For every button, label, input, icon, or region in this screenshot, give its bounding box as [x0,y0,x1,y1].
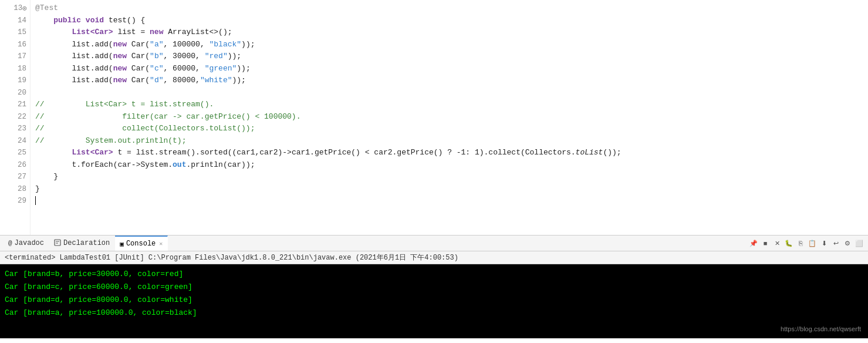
toolbar-debug-btn[interactable]: 🐛 [783,238,794,248]
ln-15: 15 [5,26,26,39]
console-close-icon[interactable]: ✕ [159,240,163,247]
code-line-28: } [35,183,863,196]
ln-24: 24 [5,135,26,147]
ln-28: 28 [5,183,26,196]
ln-25: 25 [5,147,26,159]
toolbar-right: 📌 ■ ✕ 🐛 ⎘ 📋 ⬇ ↩ ⚙ ⬜ [748,238,864,248]
ln-20: 20 [5,87,26,99]
code-line-29 [35,195,863,207]
console-icon: ▣ [120,240,124,248]
code-line-27: } [35,171,863,183]
toolbar-wrap-btn[interactable]: ↩ [830,238,841,248]
code-line-25: List<Car> t = list.stream().sorted((car1… [35,147,863,159]
tab-declaration[interactable]: Declaration [49,236,115,251]
ln-17: 17 [5,51,26,63]
toolbar-copy-btn[interactable]: ⎘ [795,238,806,248]
code-line-18: list.add(new Car("c", 60000, "green")); [35,63,863,75]
console-line-1: Car [brand=b, price=30000.0, color=red] [5,268,863,281]
console-header-text: <terminated> LambdaTest01 [JUnit] C:\Pro… [5,253,458,263]
tab-javadoc[interactable]: @ Javadoc [4,236,49,251]
ln-22: 22 [5,111,26,123]
ln-14: 14 [5,15,26,27]
tab-console-label: Console [126,240,156,248]
code-line-24: // System.out.println(t); [35,135,863,147]
code-line-16: list.add(new Car("a", 100000, "black")); [35,39,863,51]
toolbar-pin-btn[interactable]: 📌 [748,238,759,248]
code-line-22: // filter(car -> car.getPrice() < 100000… [35,111,863,123]
editor-area: 13◎ 14 15 16 17 18 19 20 21 22 23 24 25 … [0,0,868,235]
tab-declaration-label: Declaration [63,239,110,247]
console-header: <terminated> LambdaTest01 [JUnit] C:\Pro… [0,251,868,264]
ln-16: 16 [5,39,26,51]
ln-21: 21 [5,99,26,111]
toolbar-clear-btn[interactable]: ✕ [772,238,782,248]
toolbar-paste-btn[interactable]: 📋 [807,238,818,248]
console-output: Car [brand=b, price=30000.0, color=red] … [0,264,868,338]
toolbar-scroll-end-btn[interactable]: ⬇ [819,238,829,248]
javadoc-icon: @ [8,240,12,247]
code-line-19: list.add(new Car("d", 80000,"white")); [35,75,863,87]
code-line-20 [35,87,863,99]
ln-13: 13◎ [5,2,26,15]
toolbar-maximize-btn[interactable]: ⬜ [854,238,864,248]
tab-javadoc-label: Javadoc [15,239,44,247]
code-line-23: // collect(Collectors.toList()); [35,123,863,135]
code-line-14: public void test() { [35,15,863,27]
ln-23: 23 [5,123,26,135]
ln-27: 27 [5,171,26,183]
svg-rect-0 [55,240,60,246]
ln-18: 18 [5,63,26,75]
line-numbers: 13◎ 14 15 16 17 18 19 20 21 22 23 24 25 … [0,0,31,235]
console-line-3: Car [brand=d, price=80000.0, color=white… [5,294,863,307]
bottom-tab-bar: @ Javadoc Declaration ▣ Console ✕ 📌 ■ ✕ … [0,235,868,251]
ln-19: 19 [5,75,26,87]
code-line-26: t.forEach(car->System.out.println(car)); [35,159,863,172]
tab-console[interactable]: ▣ Console ✕ [115,236,168,251]
code-line-21: // List<Car> t = list.stream(). [35,99,863,111]
code-line-13: @Test [35,2,863,15]
code-line-17: list.add(new Car("b", 30000, "red")); [35,51,863,63]
code-line-15: List<Car> list = new ArrayList<>(); [35,26,863,39]
console-line-2: Car [brand=c, price=60000.0, color=green… [5,281,863,294]
console-footer-link: https://blog.csdn.net/qwserft [781,324,861,335]
toolbar-stop-btn[interactable]: ■ [760,238,771,248]
declaration-icon [54,239,61,248]
toolbar-settings-btn[interactable]: ⚙ [842,238,853,248]
ln-29: 29 [5,195,26,207]
console-line-4: Car [brand=a, price=100000.0, color=blac… [5,307,863,320]
code-lines: @Test public void test() { List<Car> lis… [31,0,868,235]
ln-26: 26 [5,159,26,172]
